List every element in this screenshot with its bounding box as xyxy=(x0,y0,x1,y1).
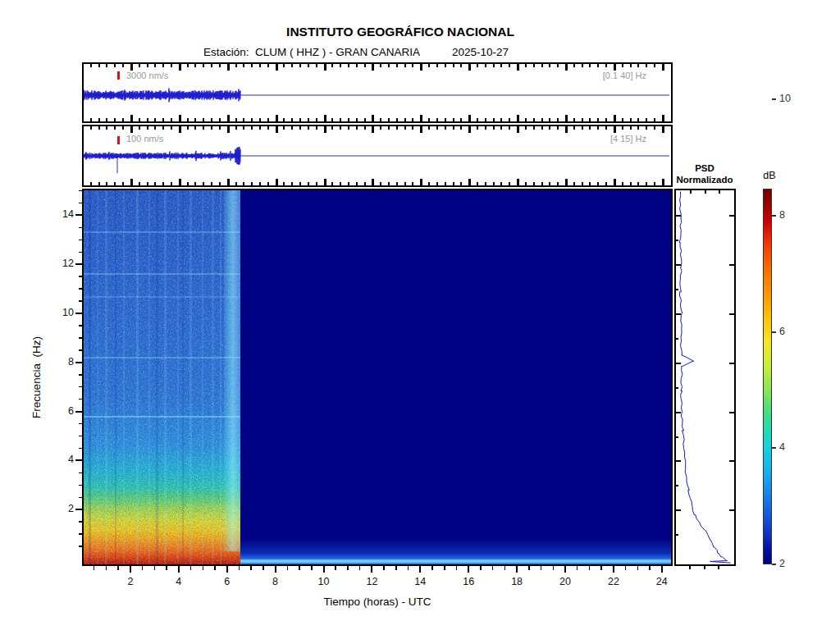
y-minor-tick xyxy=(79,203,82,204)
psd-tick xyxy=(704,566,705,569)
streak-light xyxy=(148,190,150,564)
streak-light xyxy=(177,190,179,564)
x-major-tick xyxy=(613,566,614,573)
x-minor-tick xyxy=(166,566,167,570)
streak-light xyxy=(212,190,214,564)
x-minor-tick xyxy=(431,566,433,570)
x-major-tick xyxy=(275,566,276,573)
y-minor-tick xyxy=(79,521,82,523)
x-tick-label: 2 xyxy=(118,576,143,587)
x-axis-label: Tiempo (horas) - UTC xyxy=(324,596,431,608)
x-minor-tick xyxy=(504,566,506,570)
x-minor-tick xyxy=(335,566,336,570)
colorbar-title: dB xyxy=(763,170,775,181)
x-minor-tick xyxy=(383,566,385,570)
horizontal-feature-line xyxy=(84,357,240,358)
streak-light xyxy=(189,190,192,564)
x-minor-tick xyxy=(359,566,361,570)
x-minor-tick xyxy=(262,566,264,570)
y-minor-tick xyxy=(79,448,82,450)
colorbar-tick xyxy=(772,98,776,100)
y-minor-tick xyxy=(79,497,82,499)
psd-title-line1: PSD xyxy=(695,163,714,173)
y-major-tick xyxy=(75,214,82,216)
x-major-tick xyxy=(468,566,469,573)
x-minor-tick xyxy=(456,566,458,570)
colorbar-tick xyxy=(772,564,776,565)
colorbar-tick-label: 4 xyxy=(779,441,799,453)
x-tick-label: 18 xyxy=(504,576,529,587)
y-minor-tick xyxy=(79,472,82,474)
x-tick-label: 12 xyxy=(359,576,384,587)
horizontal-feature-line xyxy=(84,231,240,233)
y-axis-label: Frecuencia (Hz) xyxy=(30,336,43,418)
streak-light xyxy=(123,190,125,564)
x-minor-tick xyxy=(117,566,119,570)
x-tick-label: 22 xyxy=(601,576,626,587)
seismogram-trace xyxy=(84,64,671,121)
seismogram-strip-bandpass: 100 nm/s [4 15] Hz xyxy=(82,125,673,187)
x-major-tick xyxy=(226,566,228,573)
x-tick-label: 20 xyxy=(553,576,578,587)
x-tick-label: 8 xyxy=(263,576,288,587)
x-major-tick xyxy=(661,566,663,573)
x-minor-tick xyxy=(577,566,578,570)
y-tick-label: 6 xyxy=(51,405,74,417)
x-minor-tick xyxy=(190,566,192,570)
psd-tick xyxy=(718,566,719,569)
x-tick-label: 14 xyxy=(408,576,432,587)
x-minor-tick xyxy=(287,566,289,570)
psd-tick xyxy=(689,566,691,569)
psd-curve xyxy=(676,190,734,564)
colorbar-tick xyxy=(772,215,776,217)
figure: INSTITUTO GEOGRÁFICO NACIONAL Estación: … xyxy=(0,0,840,630)
y-major-tick xyxy=(75,263,82,265)
y-minor-tick xyxy=(79,436,82,437)
x-major-tick xyxy=(178,566,180,573)
horizontal-feature-line xyxy=(84,296,240,298)
y-minor-tick xyxy=(79,252,82,253)
colorbar-tick xyxy=(772,331,776,333)
horizontal-feature-line xyxy=(84,416,240,418)
y-minor-tick xyxy=(79,546,82,547)
x-minor-tick xyxy=(649,566,651,570)
x-major-tick xyxy=(516,566,518,573)
colorbar-tick-label: 8 xyxy=(779,209,799,221)
y-minor-tick xyxy=(79,288,82,290)
y-minor-tick xyxy=(79,374,82,376)
x-minor-tick xyxy=(250,566,252,570)
streak-dark xyxy=(115,190,116,564)
streak-light xyxy=(105,190,107,564)
psd-title-line2: Normalizado xyxy=(676,175,733,185)
y-tick-label: 8 xyxy=(51,356,74,368)
x-minor-tick xyxy=(347,566,349,570)
y-minor-tick xyxy=(79,423,82,425)
colorbar xyxy=(763,189,772,564)
y-major-tick xyxy=(75,362,82,363)
x-minor-tick xyxy=(408,566,409,570)
y-minor-tick xyxy=(79,300,82,302)
x-minor-tick xyxy=(142,566,144,570)
y-tick-label: 4 xyxy=(51,454,74,465)
streak-light xyxy=(97,190,98,564)
seismogram-strip-broadband: 3000 nm/s [0.1 40] Hz xyxy=(82,62,673,123)
y-minor-tick xyxy=(79,325,82,326)
cutoff-bright-band xyxy=(224,190,240,551)
y-tick-label: 10 xyxy=(51,307,74,318)
y-major-tick xyxy=(75,509,82,510)
x-major-tick xyxy=(130,566,131,573)
y-minor-tick xyxy=(79,533,82,535)
x-major-tick xyxy=(371,566,372,573)
page-title: INSTITUTO GEOGRÁFICO NACIONAL xyxy=(286,25,514,39)
x-minor-tick xyxy=(553,566,555,570)
colorbar-tick-label: 10 xyxy=(779,93,799,104)
x-minor-tick xyxy=(600,566,602,570)
x-minor-tick xyxy=(480,566,482,570)
y-major-tick xyxy=(75,313,82,314)
colorbar-tick-label: 2 xyxy=(779,558,799,569)
streak-light xyxy=(164,190,167,564)
x-major-tick xyxy=(564,566,566,573)
colorbar-tick xyxy=(772,447,776,449)
x-tick-label: 4 xyxy=(167,576,191,587)
spectrogram-data-region xyxy=(84,190,240,564)
